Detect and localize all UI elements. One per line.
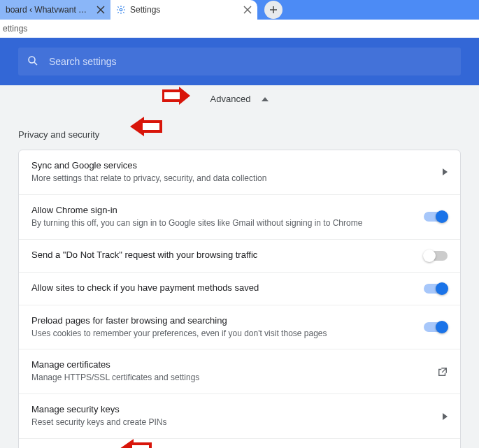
advanced-toggle[interactable]: Advanced (0, 85, 479, 117)
svg-point-2 (120, 8, 122, 11)
row-do-not-track[interactable]: Send a "Do Not Track" request with your … (19, 240, 460, 273)
row-allow-chrome-signin[interactable]: Allow Chrome sign-in By turning this off… (19, 195, 460, 240)
toggle-preload[interactable] (424, 322, 448, 332)
search-settings-box[interactable] (18, 48, 461, 75)
row-preload-pages[interactable]: Preload pages for faster browsing and se… (19, 305, 460, 350)
chevron-right-icon (443, 413, 448, 420)
svg-point-7 (29, 57, 35, 63)
row-title: Send a "Do Not Track" request with your … (31, 250, 414, 260)
row-payment-methods[interactable]: Allow sites to check if you have payment… (19, 273, 460, 305)
tab-settings[interactable]: Settings (110, 0, 257, 20)
toggle-do-not-track[interactable] (424, 251, 448, 261)
svg-rect-12 (143, 123, 159, 130)
chevron-right-icon (443, 168, 448, 175)
close-icon[interactable] (96, 6, 105, 14)
external-link-icon (438, 367, 448, 377)
close-icon[interactable] (243, 6, 252, 14)
toggle-payment-check[interactable] (424, 284, 448, 294)
section-title-text: Privacy and security (18, 129, 99, 140)
tab-title: board ‹ Whatvwant — Word (6, 5, 92, 15)
row-manage-certificates[interactable]: Manage certificates Manage HTTPS/SSL cer… (19, 349, 460, 394)
row-title: Allow sites to check if you have payment… (31, 282, 414, 293)
section-title-privacy: Privacy and security (0, 117, 479, 150)
search-icon (27, 55, 39, 69)
search-input[interactable] (49, 56, 452, 67)
content-area: Advanced Privacy and security Sync and G… (0, 85, 479, 448)
row-title: Preload pages for faster browsing and se… (31, 315, 414, 326)
svg-line-8 (34, 62, 37, 65)
annotation-arrow (101, 439, 152, 448)
annotation-arrow (162, 87, 206, 105)
row-title: Allow Chrome sign-in (31, 205, 414, 215)
new-tab-button[interactable] (264, 1, 283, 19)
svg-rect-10 (164, 92, 180, 99)
svg-rect-14 (132, 445, 149, 448)
tab-whatvwant[interactable]: board ‹ Whatvwant — Word (0, 0, 110, 20)
address-bar[interactable]: ettings (0, 20, 479, 38)
settings-header (0, 38, 479, 85)
row-title: Manage certificates (31, 359, 428, 370)
row-title: Manage security keys (31, 404, 433, 414)
row-subtitle: Uses cookies to remember your preference… (31, 328, 414, 340)
address-text: ettings (3, 24, 27, 34)
row-subtitle: Manage HTTPS/SSL certificates and settin… (31, 372, 428, 384)
tab-strip: board ‹ Whatvwant — Word Settings (0, 0, 479, 20)
row-sync-google-services[interactable]: Sync and Google services More settings t… (19, 150, 460, 195)
row-subtitle: More settings that relate to privacy, se… (31, 173, 433, 185)
gear-icon (116, 5, 126, 15)
row-subtitle: Reset security keys and create PINs (31, 417, 433, 428)
row-manage-security-keys[interactable]: Manage security keys Reset security keys… (19, 394, 460, 439)
tab-title: Settings (130, 5, 239, 15)
row-site-settings[interactable]: Site Settings Control what information w… (19, 439, 460, 448)
advanced-label: Advanced (210, 94, 251, 104)
row-title: Sync and Google services (31, 160, 433, 171)
privacy-card: Sync and Google services More settings t… (18, 150, 461, 448)
chevron-up-icon (262, 97, 269, 101)
row-subtitle: By turning this off, you can sign in to … (31, 217, 414, 229)
toggle-chrome-signin[interactable] (424, 212, 448, 222)
annotation-arrow (112, 117, 162, 136)
